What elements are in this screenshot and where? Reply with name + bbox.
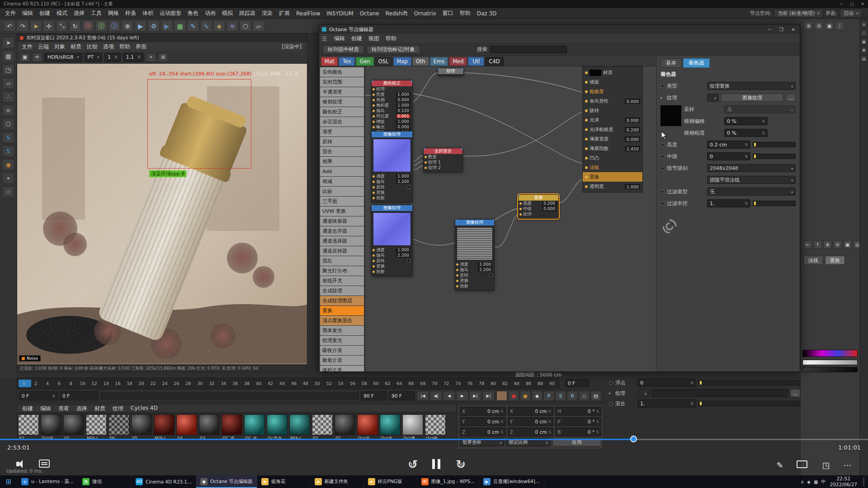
record-rotation-toggle[interactable]: R xyxy=(567,391,578,401)
node-param-中级[interactable]: 中级0.000 xyxy=(519,206,558,211)
menu-动画[interactable]: 动画 xyxy=(202,9,219,18)
menu-体积[interactable]: 体积 xyxy=(139,9,156,18)
tab-Utl[interactable]: Utl xyxy=(468,57,484,66)
cast-screen-icon[interactable] xyxy=(797,460,807,468)
spinner-icon[interactable] xyxy=(548,430,552,434)
node-param-伽马[interactable]: 伽马2.200 xyxy=(455,267,494,272)
material-port-材质[interactable]: 材质 xyxy=(583,68,642,77)
spline-tool-icon[interactable]: ∿ xyxy=(200,20,212,32)
texture-path-field[interactable] xyxy=(651,389,788,397)
spinner-icon[interactable] xyxy=(762,131,765,135)
palette-item-混乱[interactable]: 混乱 xyxy=(320,256,364,266)
menu-帮助[interactable]: 帮助 xyxy=(457,9,474,18)
lock-icon[interactable]: ▣ xyxy=(20,53,30,62)
coord-rotation-B[interactable]: B0 ° xyxy=(555,427,601,436)
tray-security-icon[interactable]: ◈ xyxy=(807,479,811,484)
keyframe-selection-icon[interactable]: ◆ xyxy=(532,391,542,401)
start-button[interactable]: ⊞ xyxy=(0,475,17,488)
port-dot-icon[interactable] xyxy=(585,166,588,169)
material-port-透明度[interactable]: 透明度1.000 xyxy=(583,182,642,191)
expand-arrow-icon[interactable]: ▸ xyxy=(660,95,665,100)
node-graph-canvas[interactable]: 颜色校正纹理亮度1.000色相0.000饱和度1.000伽马0.120对比度0.… xyxy=(365,66,656,371)
coordinate-system-icon[interactable]: ⊕ xyxy=(122,20,133,32)
port-dot-icon[interactable] xyxy=(519,208,522,210)
tab-Tex[interactable]: Tex xyxy=(339,57,355,66)
model-mode-icon[interactable]: ▦ xyxy=(2,51,14,62)
node-param-变换[interactable]: 变换 xyxy=(372,190,412,195)
minimize-icon[interactable]: ─ xyxy=(769,27,771,32)
zoom-out-icon[interactable]: ⊖ xyxy=(815,22,823,30)
material-port-各向异性[interactable]: 各向异性0.000 xyxy=(583,96,642,106)
palette-item-渐变[interactable]: 渐变 xyxy=(320,127,364,136)
more-options-icon[interactable]: ⋯ xyxy=(842,459,854,471)
material-port-法线[interactable]: 法线 xyxy=(583,163,642,172)
port-dot-icon[interactable] xyxy=(373,181,375,183)
tab-basic[interactable]: 基本 xyxy=(660,58,682,68)
coord-position-X[interactable]: X0 cm xyxy=(460,407,506,416)
dark-gradient-bar[interactable] xyxy=(802,367,858,372)
volume-icon[interactable]: ⬡ xyxy=(240,20,251,32)
menu-窗口[interactable]: 窗口 xyxy=(439,9,457,18)
focus-picker-icon[interactable]: ⌖ xyxy=(146,53,156,62)
port-dot-icon[interactable] xyxy=(425,167,427,169)
spinner-icon[interactable] xyxy=(745,143,748,147)
param-value[interactable]: 1.000 xyxy=(478,262,492,267)
render-view-icon[interactable]: ▶ xyxy=(135,20,146,32)
node-editor-menu-编辑[interactable]: 编辑 xyxy=(331,34,348,43)
node-editor-menu-创建[interactable]: 创建 xyxy=(348,34,365,43)
port-dot-icon[interactable] xyxy=(585,100,588,103)
node-颜色校正[interactable]: 颜色校正纹理亮度1.000色相0.000饱和度1.000伽马0.120对比度0.… xyxy=(371,80,413,137)
param-radio-icon[interactable] xyxy=(660,202,665,206)
spinner-icon[interactable] xyxy=(500,409,504,413)
param-value[interactable]: 0.000 xyxy=(542,206,557,211)
expand-arrow-icon[interactable]: ▸ xyxy=(609,391,613,395)
white-gradient-bar[interactable] xyxy=(802,360,858,365)
zoom-in-icon[interactable]: ⊕ xyxy=(804,22,813,30)
taskbar-app-Cinema 4D R23.1...[interactable]: 4DCinema 4D R23.1... xyxy=(132,475,196,488)
port-dot-icon[interactable] xyxy=(456,263,458,266)
coord-position-Y[interactable]: Y0 cm xyxy=(460,417,506,426)
taskbar-app-俊海花[interactable]: ▰俊海花 xyxy=(257,475,311,488)
spinner-icon[interactable] xyxy=(52,394,55,398)
palette-item-纹理发光[interactable]: 纹理发光 xyxy=(320,336,364,345)
menu-RealFlow[interactable]: RealFlow xyxy=(293,9,323,18)
x-axis-lock-icon[interactable]: ⓧ xyxy=(82,20,94,32)
fit-view-icon[interactable]: ▣ xyxy=(825,22,834,30)
menu-运动图形[interactable]: 运动图形 xyxy=(156,9,184,18)
menu-模式[interactable]: 模式 xyxy=(53,9,71,18)
node-param-投射[interactable]: 投射 xyxy=(372,195,412,201)
edges-mode-icon[interactable]: ≡ xyxy=(2,105,14,116)
param-value[interactable]: 0.000 xyxy=(625,117,640,123)
menu-Octane[interactable]: Octane xyxy=(357,9,382,18)
port-dot-icon[interactable] xyxy=(585,157,588,160)
material-menu-编辑[interactable]: 编辑 xyxy=(37,404,54,413)
render-menu-对象[interactable]: 对象 xyxy=(52,42,68,51)
palette-item-通道映射器[interactable]: 通道映射器 xyxy=(320,216,364,226)
tab-shader[interactable]: 着色器 xyxy=(683,58,710,68)
param-value[interactable]: 0.000 xyxy=(396,98,410,102)
spinner-icon[interactable] xyxy=(500,430,504,434)
close-icon[interactable]: ✕ xyxy=(861,2,864,6)
node-param-反转[interactable]: 反转 xyxy=(455,272,494,278)
render-menu-选项[interactable]: 选项 xyxy=(100,42,117,51)
snap-icon[interactable]: ⊙ xyxy=(2,186,14,197)
spinner-icon[interactable] xyxy=(548,420,552,424)
detail-level-dropdown[interactable]: 2048x2048 xyxy=(707,164,796,172)
colorspace-dropdown[interactable]: HDR/sRGB▾ xyxy=(44,53,82,62)
pick-icon[interactable]: ✛ xyxy=(32,53,42,62)
port-dot-icon[interactable] xyxy=(373,271,375,273)
octane-s1-icon[interactable]: S xyxy=(2,132,14,143)
subtitle-list-icon[interactable] xyxy=(39,460,50,468)
port-dot-icon[interactable] xyxy=(585,90,588,93)
port-dot-icon[interactable] xyxy=(373,249,375,251)
goto-selected-material-button[interactable]: 转到选中材质 xyxy=(323,45,364,54)
node-editor-titlebar[interactable]: Octane 节点编辑器 ─ ❐ ✕ xyxy=(319,25,800,34)
material-port-光泽粗糙度[interactable]: 光泽粗糙度0.200 xyxy=(583,125,642,134)
play-button[interactable]: ▶ xyxy=(456,391,468,401)
video-progress-bar[interactable] xyxy=(0,437,868,442)
port-dot-icon[interactable] xyxy=(519,213,522,216)
param-value[interactable]: 0.000 xyxy=(625,99,640,104)
port-dot-icon[interactable] xyxy=(456,274,458,277)
material-port-薄膜指数[interactable]: 薄膜指数1.450 xyxy=(583,144,642,153)
record-button[interactable]: ● xyxy=(508,391,519,401)
